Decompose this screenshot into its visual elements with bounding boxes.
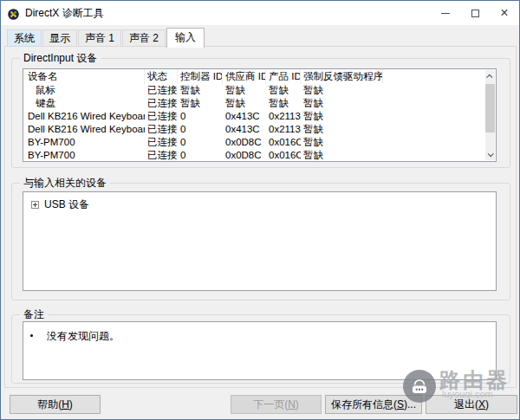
button-label: 退出(: [454, 398, 478, 410]
note-item: 没有发现问题。: [23, 322, 496, 344]
cell-controller-id: 暂缺: [178, 97, 223, 110]
button-label: ): [485, 398, 489, 410]
table-header-row: 设备名 状态 控制器 ID 供应商 ID 产品 ID 强制反馈驱动程序: [23, 69, 496, 84]
table-row[interactable]: Dell KB216 Wired Keyboard 已连接 0 0x413C 0…: [23, 110, 496, 123]
cell-status: 已连接: [145, 136, 178, 149]
related-devices-tree[interactable]: USB 设备: [23, 191, 497, 291]
cell-force-feedback: 暂缺: [301, 136, 383, 149]
minimize-icon: [441, 13, 450, 14]
cell-vendor-id: 0x0D8C: [223, 136, 266, 149]
access-key: N: [288, 398, 296, 410]
button-label: ): [296, 398, 299, 410]
cell-product-id: 0x2113: [266, 123, 301, 136]
cell-status: 已连接: [145, 97, 178, 110]
cell-force-feedback: 暂缺: [301, 110, 383, 123]
exit-button[interactable]: 退出(X): [426, 395, 517, 414]
save-all-info-button[interactable]: 保存所有信息(S)...: [325, 395, 422, 414]
notes-group-label: 备注: [20, 308, 48, 321]
button-label: )...: [404, 398, 416, 410]
access-key: S: [397, 398, 404, 410]
cell-device-name: 鼠标: [23, 84, 145, 97]
column-header-controller-id[interactable]: 控制器 ID: [178, 69, 223, 84]
tree-item-usb-devices[interactable]: USB 设备: [23, 192, 496, 212]
column-header-device-name[interactable]: 设备名: [23, 69, 145, 84]
minimize-button[interactable]: [431, 1, 460, 25]
cell-status: 已连接: [145, 110, 178, 123]
cell-force-feedback: 暂缺: [301, 149, 383, 162]
related-devices-group-label: 与输入相关的设备: [20, 177, 110, 190]
cell-status: 已连接: [145, 84, 178, 97]
table-row[interactable]: BY-PM700 已连接 0 0x0D8C 0x016C 暂缺: [23, 149, 496, 162]
cell-product-id: 0x016C: [266, 149, 301, 162]
table-vertical-scrollbar[interactable]: [485, 70, 495, 160]
cell-vendor-id: 暂缺: [223, 84, 266, 97]
column-header-vendor-id[interactable]: 供应商 ID: [223, 69, 266, 84]
column-header-status[interactable]: 状态: [145, 69, 178, 84]
note-text: 没有发现问题。: [47, 329, 120, 344]
tab-display[interactable]: 显示: [42, 29, 77, 46]
next-page-button: 下一页(N): [231, 395, 322, 414]
tab-system[interactable]: 系统: [7, 29, 42, 46]
button-label: ): [69, 398, 73, 410]
cell-vendor-id: 0x413C: [223, 123, 266, 136]
dxdiag-window: DirectX 诊断工具 × 系统 显示 声音 1 声音 2 输入 Direct…: [0, 0, 520, 420]
chevron-down-icon: [488, 151, 494, 157]
window-title: DirectX 诊断工具: [25, 6, 104, 21]
cell-controller-id: 暂缺: [178, 84, 223, 97]
chevron-up-icon: [486, 74, 492, 80]
cell-status: 已连接: [145, 149, 178, 162]
help-button[interactable]: 帮助(H): [10, 395, 101, 414]
cell-device-name: BY-PM700: [23, 136, 145, 149]
button-label: 帮助(: [37, 398, 62, 410]
scrollbar-thumb[interactable]: [485, 84, 495, 132]
cell-vendor-id: 0x413C: [223, 110, 266, 123]
close-icon: ×: [500, 6, 508, 20]
notes-box[interactable]: 没有发现问题。: [23, 321, 497, 380]
tab-sound2[interactable]: 声音 2: [122, 29, 166, 46]
titlebar: DirectX 诊断工具 ×: [1, 1, 519, 25]
window-controls: ×: [431, 1, 519, 25]
cell-vendor-id: 暂缺: [223, 97, 266, 110]
tab-sound1[interactable]: 声音 1: [78, 29, 121, 46]
scroll-down-button[interactable]: [485, 148, 495, 160]
tab-input[interactable]: 输入: [166, 28, 205, 48]
access-key: X: [478, 398, 485, 410]
cell-product-id: 暂缺: [266, 97, 301, 110]
column-header-product-id[interactable]: 产品 ID: [266, 69, 301, 84]
cell-device-name: 键盘: [23, 97, 145, 110]
access-key: H: [62, 398, 69, 410]
table-row[interactable]: BY-PM700 已连接 0 0x0D8C 0x016C 暂缺: [23, 136, 496, 149]
cell-vendor-id: 0x0D8C: [223, 149, 266, 162]
scroll-up-button[interactable]: [485, 70, 495, 82]
bullet-icon: [30, 334, 33, 337]
directx-app-icon: [8, 8, 19, 19]
close-button[interactable]: ×: [490, 1, 519, 25]
cell-controller-id: 0: [178, 136, 223, 149]
cell-controller-id: 0: [178, 123, 223, 136]
cell-force-feedback: 暂缺: [301, 97, 383, 110]
directinput-group-label: DirectInput 设备: [20, 52, 101, 65]
cell-device-name: Dell KB216 Wired Keyboard: [23, 123, 145, 136]
table-row[interactable]: 鼠标 已连接 暂缺 暂缺 暂缺 暂缺: [23, 84, 496, 97]
cell-device-name: Dell KB216 Wired Keyboard: [23, 110, 145, 123]
maximize-icon: [471, 10, 479, 17]
button-label: 保存所有信息(: [331, 398, 397, 410]
tab-bar: 系统 显示 声音 1 声音 2 输入: [7, 27, 205, 47]
cell-device-name: BY-PM700: [23, 149, 145, 162]
column-header-force-feedback[interactable]: 强制反馈驱动程序: [301, 69, 383, 84]
column-header-filler: [383, 69, 496, 84]
tree-item-label: USB 设备: [44, 197, 89, 212]
tree-expand-icon[interactable]: [31, 201, 39, 209]
cell-force-feedback: 暂缺: [301, 123, 383, 136]
directinput-device-table[interactable]: 设备名 状态 控制器 ID 供应商 ID 产品 ID 强制反馈驱动程序 鼠标 已…: [23, 68, 497, 162]
cell-controller-id: 0: [178, 110, 223, 123]
cell-product-id: 0x2113: [266, 110, 301, 123]
cell-controller-id: 0: [178, 149, 223, 162]
table-row[interactable]: Dell KB216 Wired Keyboard 已连接 0 0x413C 0…: [23, 123, 496, 136]
cell-status: 已连接: [145, 123, 178, 136]
cell-product-id: 暂缺: [266, 84, 301, 97]
button-label: 下一页(: [253, 398, 288, 410]
maximize-button[interactable]: [460, 1, 490, 25]
cell-product-id: 0x016C: [266, 136, 301, 149]
table-row[interactable]: 键盘 已连接 暂缺 暂缺 暂缺 暂缺: [23, 97, 496, 110]
